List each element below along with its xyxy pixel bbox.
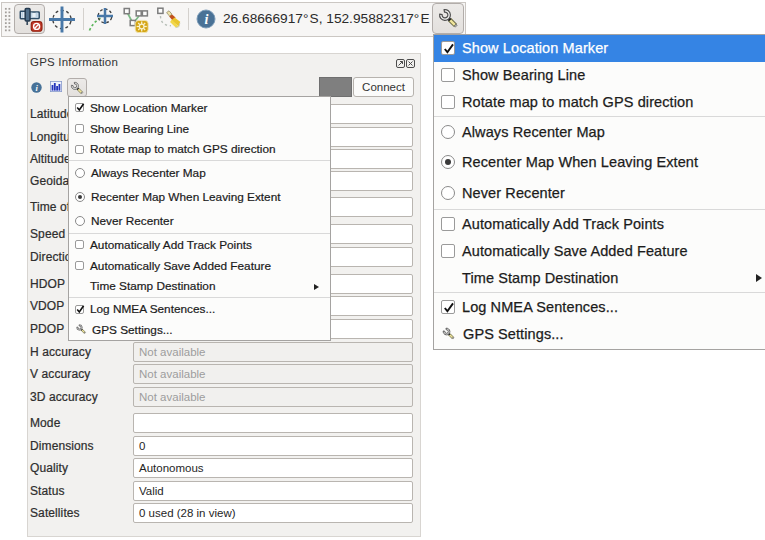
svg-text:i: i bbox=[205, 12, 209, 27]
